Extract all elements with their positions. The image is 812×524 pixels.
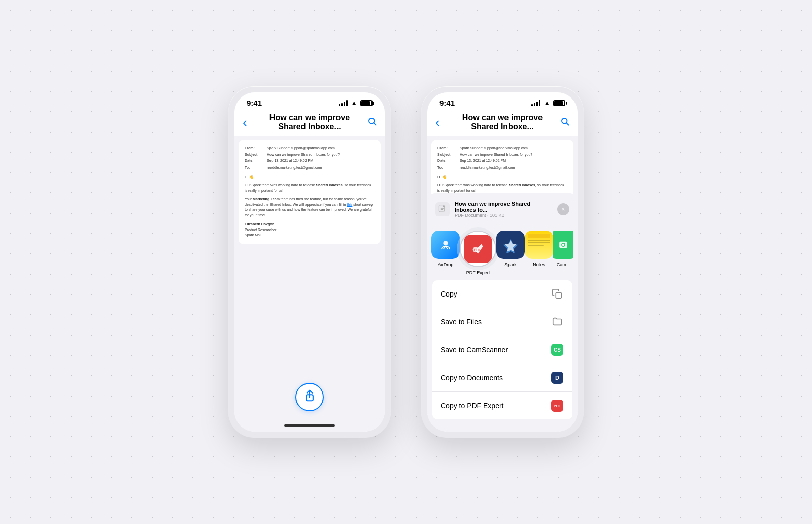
app-camscanner[interactable]: Cam... [553,231,573,275]
copy-label: Copy [441,290,457,298]
email-para1: Our Spark team was working hard to relea… [245,183,375,193]
wifi-icon-2: ▲ [544,99,550,107]
spark-icon-wrap [496,231,525,259]
status-bar-2: 9:41 ▲ [427,92,578,110]
share-button[interactable] [295,383,324,411]
svg-marker-11 [505,240,516,251]
airdrop-bg [431,231,460,259]
email-to-line: To: readdle.marketing.test@gmail.com [245,165,375,171]
phone-2: 9:41 ▲ ‹ How can we improve Shared Inbox… [421,86,584,438]
phone-1: 9:41 ▲ ‹ How can we improve Shared Inbox… [228,86,391,438]
cam-icon-wrap [553,231,573,259]
email-greeting: Hi 👋 [245,174,375,180]
action-copy[interactable]: Copy [432,280,572,308]
share-sheet-header: How can we improve Shared Inboxes fo... … [427,193,578,223]
copy-pdf-expert-label: Copy to PDF Expert [441,402,504,410]
sig-company: Spark Mail [245,233,375,238]
svg-point-8 [443,241,448,245]
email-subject-line: Subject: How can we improve Shared Inbox… [245,152,375,158]
copy-documents-label: Copy to Documents [441,374,503,382]
email-body-1: From: Spark Support support@sparkmailapp… [239,140,381,244]
app-notes[interactable]: Notes [525,231,553,275]
wifi-icon: ▲ [351,99,357,107]
date-value: Sep 13, 2021 at 12:49:52 PM [267,158,313,164]
signal-bar-3 [344,102,345,106]
email-from-line: From: Spark Support support@sparkmailapp… [245,146,375,151]
signal-bar-4 [346,100,348,106]
nav-bar-2: ‹ How can we improve Shared Inboxe... [427,110,578,136]
app-spark[interactable]: Spark [496,231,525,275]
action-save-files[interactable]: Save to Files [432,308,572,336]
share-sheet-file-icon [435,202,450,216]
share-icon [304,389,315,405]
app-pdf-expert[interactable]: PDF PDF Expert [460,231,496,275]
airdrop-label: AirDrop [438,262,454,267]
home-indicator-1 [284,424,335,427]
back-button-1[interactable]: ‹ [243,115,257,130]
from-value: Spark Support support@sparkmailapp.com [267,146,335,151]
nav-title-2: How can we improve Shared Inboxe... [454,113,551,132]
to-label: To: [245,165,265,171]
svg-rect-15 [556,292,561,298]
save-files-icon [550,315,564,329]
share-close-button[interactable]: × [557,203,569,215]
search-icon-2[interactable] [555,117,569,128]
signal-bar-2 [341,103,343,106]
battery-fill [361,101,370,105]
notes-label: Notes [533,262,545,267]
sig-title: Product Researcher [245,227,375,233]
svg-text:PDF: PDF [474,248,481,252]
signal-bar-1 [339,104,340,106]
status-time-2: 9:41 [439,99,455,107]
pdf-expert-highlight: PDF [460,231,496,267]
pdf-expert-label: PDF Expert [466,270,490,275]
email-para2: Your Marketing Team team has tried the f… [245,196,375,218]
pdf-expert-bg: PDF [464,235,492,263]
svg-line-1 [374,123,376,125]
battery-icon-2 [553,100,565,106]
nav-title-1: How can we improve Shared Inboxe... [261,113,358,132]
save-files-label: Save to Files [441,318,482,326]
action-copy-documents[interactable]: Copy to Documents D [432,364,572,392]
svg-point-14 [562,244,565,246]
status-icons-2: ▲ [531,99,565,107]
app-airdrop[interactable]: AirDrop [431,231,460,275]
email-signature: Elizabeth Dovgan Product Researcher Spar… [245,222,375,238]
svg-line-4 [566,123,568,125]
share-filename: How can we improve Shared Inboxes fo... [455,201,552,213]
phone-2-screen: 9:41 ▲ ‹ How can we improve Shared Inbox… [427,92,578,432]
to-value: readdle.marketing.test@gmail.com [267,165,322,171]
nav-bar-1: ‹ How can we improve Shared Inboxe... [234,110,385,136]
share-meta: PDF Document · 101 KB [455,213,552,218]
copy-icon [550,287,564,301]
documents-action-icon: D [550,371,564,385]
action-save-camscanner[interactable]: Save to CamScanner CS [432,336,572,364]
spark-bg [496,231,525,259]
date-label: Date: [245,158,265,164]
status-bar-1: 9:41 ▲ [234,92,385,110]
notes-bg [525,231,553,259]
camscanner-action-icon: CS [550,343,564,357]
pdf-expert-action-icon: PDF [550,399,564,413]
share-sheet: How can we improve Shared Inboxes fo... … [427,193,578,432]
notes-icon-wrap [525,231,553,259]
share-sheet-title: How can we improve Shared Inboxes fo... … [455,201,552,218]
spark-label: Spark [504,262,517,267]
svg-rect-7 [441,209,443,210]
signal-icon-2 [531,100,540,106]
back-button-2[interactable]: ‹ [435,115,450,130]
from-label: From: [245,146,265,151]
save-camscanner-label: Save to CamScanner [441,346,508,354]
cam-label: Cam... [557,262,570,267]
signal-icon [339,100,348,106]
subject-value: How can we improve Shared Inboxes for yo… [267,152,340,158]
action-rows: Copy Save to Files [432,280,572,419]
search-icon-1[interactable] [362,117,377,128]
subject-label: Subject: [245,152,265,158]
action-copy-pdf-expert[interactable]: Copy to PDF Expert PDF [432,392,572,419]
phone-1-screen: 9:41 ▲ ‹ How can we improve Shared Inbox… [234,92,385,432]
svg-rect-6 [441,208,444,209]
airdrop-icon-wrap [431,231,460,259]
apps-row: AirDrop PDF PDF Exper [427,223,578,280]
sig-name: Elizabeth Dovgan [245,222,375,227]
